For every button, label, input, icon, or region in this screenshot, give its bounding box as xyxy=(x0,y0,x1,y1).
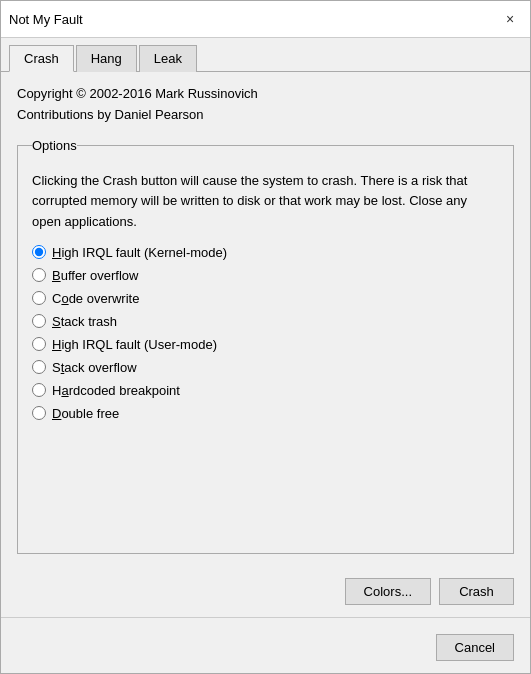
cancel-button[interactable]: Cancel xyxy=(436,634,514,661)
radio-buffer-overflow[interactable] xyxy=(32,268,46,282)
radio-label-code-overwrite[interactable]: Code overwrite xyxy=(52,291,139,306)
radio-high-irql-kernel[interactable] xyxy=(32,245,46,259)
radio-option-2: Buffer overflow xyxy=(32,268,499,283)
radio-label-hardcoded-breakpoint[interactable]: Hardcoded breakpoint xyxy=(52,383,180,398)
radio-option-3: Code overwrite xyxy=(32,291,499,306)
title-bar: Not My Fault × xyxy=(1,1,530,38)
tab-crash[interactable]: Crash xyxy=(9,45,74,72)
bottom-buttons: Cancel xyxy=(1,626,530,673)
radio-stack-trash[interactable] xyxy=(32,314,46,328)
tab-content: Copyright © 2002-2016 Mark Russinovich C… xyxy=(1,72,530,578)
colors-button[interactable]: Colors... xyxy=(345,578,431,605)
window-title: Not My Fault xyxy=(9,12,83,27)
radio-option-8: Double free xyxy=(32,406,499,421)
options-legend: Options xyxy=(32,138,77,153)
radio-label-stack-trash[interactable]: Stack trash xyxy=(52,314,117,329)
radio-high-irql-user[interactable] xyxy=(32,337,46,351)
crash-button[interactable]: Crash xyxy=(439,578,514,605)
radio-option-5: High IRQL fault (User-mode) xyxy=(32,337,499,352)
close-button[interactable]: × xyxy=(498,7,522,31)
radio-code-overwrite[interactable] xyxy=(32,291,46,305)
radio-label-double-free[interactable]: Double free xyxy=(52,406,119,421)
tab-bar: Crash Hang Leak xyxy=(1,38,530,72)
radio-option-6: Stack overflow xyxy=(32,360,499,375)
tab-hang[interactable]: Hang xyxy=(76,45,137,72)
radio-option-7: Hardcoded breakpoint xyxy=(32,383,499,398)
options-group: Options Clicking the Crash button will c… xyxy=(17,138,514,554)
radio-double-free[interactable] xyxy=(32,406,46,420)
radio-label-high-irql-kernel[interactable]: High IRQL fault (Kernel-mode) xyxy=(52,245,227,260)
main-window: Not My Fault × Crash Hang Leak Copyright… xyxy=(0,0,531,674)
options-description: Clicking the Crash button will cause the… xyxy=(32,171,499,233)
radio-option-4: Stack trash xyxy=(32,314,499,329)
radio-stack-overflow[interactable] xyxy=(32,360,46,374)
tab-leak[interactable]: Leak xyxy=(139,45,197,72)
radio-label-stack-overflow[interactable]: Stack overflow xyxy=(52,360,137,375)
radio-label-high-irql-user[interactable]: High IRQL fault (User-mode) xyxy=(52,337,217,352)
radio-label-buffer-overflow[interactable]: Buffer overflow xyxy=(52,268,138,283)
separator xyxy=(1,617,530,618)
radio-option-1: High IRQL fault (Kernel-mode) xyxy=(32,245,499,260)
radio-hardcoded-breakpoint[interactable] xyxy=(32,383,46,397)
action-buttons: Colors... Crash xyxy=(1,578,530,613)
copyright-text: Copyright © 2002-2016 Mark Russinovich C… xyxy=(17,84,514,126)
